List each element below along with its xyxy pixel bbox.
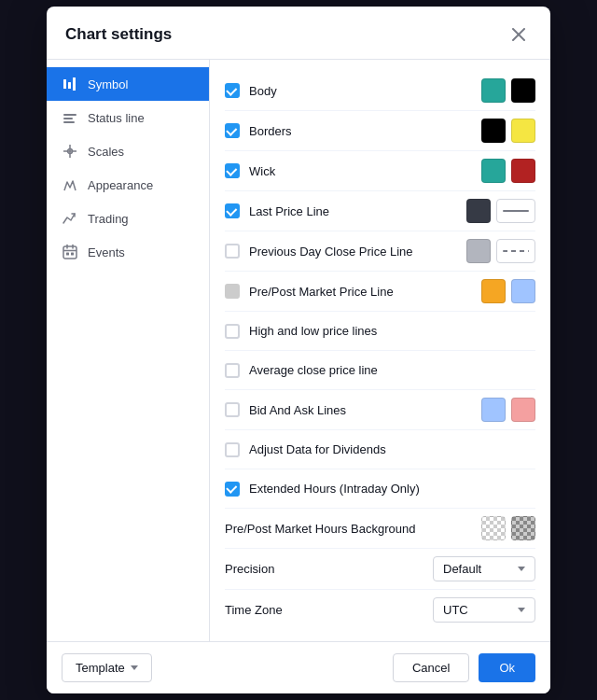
color-borders-2[interactable] <box>511 119 535 143</box>
setting-left-prev-close: Previous Day Close Price Line <box>225 244 413 259</box>
setting-left-precision: Precision <box>225 562 274 576</box>
template-button[interactable]: Template <box>62 653 152 682</box>
line-style-prev-close[interactable] <box>496 239 535 263</box>
color-bid-ask-1[interactable] <box>481 398 506 422</box>
sidebar-label-scales: Scales <box>88 145 124 159</box>
modal-footer: Template Cancel Ok <box>47 641 550 693</box>
label-high-low: High and low price lines <box>249 324 377 338</box>
svg-rect-2 <box>63 79 66 89</box>
setting-right-body <box>481 78 535 103</box>
setting-right-borders <box>481 119 535 143</box>
setting-left-borders: Borders <box>225 123 292 138</box>
color-borders-1[interactable] <box>481 119 506 143</box>
color-pre-post-2[interactable] <box>511 279 535 303</box>
color-prev-close[interactable] <box>466 239 491 263</box>
setting-row-prev-close: Previous Day Close Price Line <box>225 231 535 272</box>
checkbox-avg-close[interactable] <box>225 363 240 378</box>
setting-right-wick <box>481 159 535 183</box>
appearance-icon <box>62 176 78 193</box>
chevron-down-timezone <box>518 608 525 612</box>
line-indicator-prev-close <box>503 250 529 252</box>
modal-header: Chart settings <box>47 7 550 60</box>
checkbox-bid-ask[interactable] <box>225 402 240 417</box>
setting-left-last-price: Last Price Line <box>225 203 329 218</box>
setting-row-wick: Wick <box>225 151 535 191</box>
checkbox-wick[interactable] <box>225 163 240 178</box>
setting-left-avg-close: Average close price line <box>225 363 378 378</box>
color-wick-1[interactable] <box>481 159 506 183</box>
setting-right-timezone: UTC <box>433 597 535 623</box>
setting-left-wick: Wick <box>225 163 275 178</box>
setting-row-precision: Precision Default <box>225 549 535 590</box>
sidebar-item-scales[interactable]: Scales <box>47 134 209 168</box>
checkbox-borders[interactable] <box>225 123 240 138</box>
sidebar-item-symbol[interactable]: Symbol <box>47 67 209 101</box>
setting-left-extended-hours: Extended Hours (Intraday Only) <box>225 482 420 497</box>
checkbox-body[interactable] <box>225 83 240 98</box>
template-label: Template <box>76 661 125 675</box>
label-timezone: Time Zone <box>225 603 283 617</box>
color-pre-post-1[interactable] <box>481 279 506 303</box>
label-last-price-line: Last Price Line <box>249 204 329 218</box>
chevron-down-precision <box>518 567 525 571</box>
sidebar-label-events: Events <box>88 245 125 259</box>
close-icon <box>512 28 525 41</box>
ok-button[interactable]: Ok <box>479 653 535 682</box>
sidebar-item-appearance[interactable]: Appearance <box>47 168 209 202</box>
checkbox-dividends[interactable] <box>225 442 240 457</box>
label-prev-close: Previous Day Close Price Line <box>249 245 413 259</box>
checkbox-prev-close[interactable] <box>225 244 240 259</box>
checkbox-pre-post[interactable] <box>225 284 240 299</box>
setting-left-high-low: High and low price lines <box>225 324 377 339</box>
color-last-price[interactable] <box>466 199 491 223</box>
label-extended-hours: Extended Hours (Intraday Only) <box>249 482 420 496</box>
checkbox-extended-hours[interactable] <box>225 482 240 497</box>
svg-rect-5 <box>63 114 76 116</box>
label-precision: Precision <box>225 562 274 576</box>
sidebar-item-status-line[interactable]: Status line <box>47 101 209 134</box>
setting-right-precision: Default <box>433 556 535 581</box>
sidebar-label-status-line: Status line <box>88 111 145 125</box>
color-body-1[interactable] <box>481 78 506 103</box>
sidebar-label-trading: Trading <box>88 212 129 226</box>
label-bid-ask: Bid And Ask Lines <box>249 403 346 417</box>
cancel-button[interactable]: Cancel <box>393 653 469 682</box>
select-precision[interactable]: Default <box>433 556 535 581</box>
modal-body: Symbol Status line <box>47 60 550 641</box>
trading-icon <box>62 210 78 227</box>
sidebar: Symbol Status line <box>47 60 210 641</box>
setting-row-body: Body <box>225 71 535 111</box>
sidebar-item-events[interactable]: Events <box>47 235 209 269</box>
setting-row-pre-post: Pre/Post Market Price Line <box>225 272 535 312</box>
setting-row-bid-ask: Bid And Ask Lines <box>225 390 535 430</box>
symbol-icon <box>62 76 78 92</box>
checker-light[interactable] <box>481 516 506 540</box>
setting-row-last-price-line: Last Price Line <box>225 191 535 231</box>
close-button[interactable] <box>506 21 532 48</box>
color-bid-ask-2[interactable] <box>511 398 535 422</box>
setting-left-body: Body <box>225 83 277 98</box>
sidebar-item-trading[interactable]: Trading <box>47 202 209 235</box>
setting-left-timezone: Time Zone <box>225 603 283 617</box>
line-style-last-price[interactable] <box>496 199 535 223</box>
label-pre-post-bg: Pre/Post Market Hours Background <box>225 522 415 536</box>
setting-left-bid-ask: Bid And Ask Lines <box>225 402 346 417</box>
footer-actions: Cancel Ok <box>393 653 535 682</box>
svg-rect-7 <box>63 121 75 123</box>
select-timezone[interactable]: UTC <box>433 597 535 623</box>
setting-right-pre-post <box>481 279 535 303</box>
settings-content: Body Borders <box>210 60 550 641</box>
chart-settings-modal: Chart settings <box>47 7 550 693</box>
setting-row-avg-close: Average close price line <box>225 351 535 390</box>
color-body-2[interactable] <box>511 78 535 103</box>
svg-rect-14 <box>71 253 74 256</box>
color-wick-2[interactable] <box>511 159 535 183</box>
checkbox-high-low[interactable] <box>225 324 240 339</box>
label-dividends: Adjust Data for Dividends <box>249 442 386 456</box>
checker-dark[interactable] <box>511 516 535 540</box>
events-icon <box>62 244 78 260</box>
checkbox-last-price-line[interactable] <box>225 203 240 218</box>
sidebar-label-symbol: Symbol <box>88 77 128 91</box>
status-line-icon <box>62 109 78 126</box>
setting-row-extended-hours: Extended Hours (Intraday Only) <box>225 469 535 509</box>
